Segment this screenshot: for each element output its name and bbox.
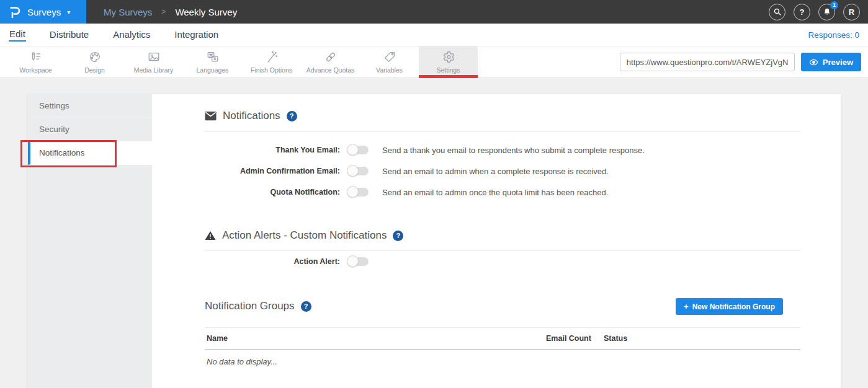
admin-confirmation-email-description: Send an email to admin when a complete r… bbox=[382, 167, 609, 176]
settings-card: Settings Security Notifications Notifica… bbox=[28, 94, 841, 388]
app-switcher[interactable]: Surveys ▾ bbox=[0, 0, 86, 24]
thank-you-email-label: Thank You Email: bbox=[205, 146, 340, 154]
action-alerts-section-header: Action Alerts - Custom Notifications ? bbox=[205, 227, 800, 244]
tab-distribute[interactable]: Distribute bbox=[49, 29, 89, 41]
divider bbox=[205, 250, 800, 251]
tab-analytics[interactable]: Analytics bbox=[112, 29, 151, 41]
responses-count: Responses: 0 bbox=[808, 30, 859, 40]
design-icon bbox=[88, 50, 102, 64]
avatar-initial: R bbox=[849, 7, 854, 17]
envelope-icon bbox=[205, 111, 217, 121]
breadcrumb-current-survey: Weekly Survey bbox=[175, 7, 237, 17]
table-empty-message: No data to display... bbox=[205, 349, 800, 366]
survey-url-input[interactable] bbox=[620, 53, 795, 71]
breadcrumb-separator: > bbox=[161, 7, 166, 16]
action-alert-row: Action Alert: bbox=[205, 254, 800, 269]
variables-icon bbox=[383, 50, 396, 64]
content-area: Settings Security Notifications Notifica… bbox=[0, 78, 868, 388]
workspace-icon bbox=[29, 50, 43, 64]
notification-groups-section-header: Notification Groups ? + New Notification… bbox=[205, 298, 800, 314]
questionpro-logo-icon bbox=[8, 4, 22, 19]
languages-icon: A bbox=[206, 50, 220, 64]
toolbar-item-settings[interactable]: Settings bbox=[419, 46, 478, 77]
new-notification-group-button[interactable]: + New Notification Group bbox=[676, 298, 783, 315]
advance-quotas-icon bbox=[324, 50, 338, 64]
warning-triangle-icon bbox=[205, 231, 216, 240]
plus-icon: + bbox=[684, 302, 689, 311]
help-icon[interactable]: ? bbox=[287, 111, 297, 121]
bell-icon bbox=[823, 7, 831, 16]
settings-icon bbox=[442, 50, 455, 64]
section-title: Notifications bbox=[223, 110, 280, 122]
sidebar-item-notifications[interactable]: Notifications bbox=[28, 141, 152, 165]
media-library-icon bbox=[147, 50, 161, 64]
question-mark-icon: ? bbox=[800, 7, 805, 17]
section-title: Action Alerts - Custom Notifications bbox=[222, 229, 387, 242]
quota-notification-label: Quota Notification: bbox=[205, 188, 340, 196]
breadcrumb: My Surveys > Weekly Survey bbox=[104, 7, 237, 17]
topbar-actions: ? 1 R bbox=[769, 4, 868, 20]
help-button[interactable]: ? bbox=[794, 4, 810, 20]
thank-you-email-toggle[interactable] bbox=[347, 146, 369, 154]
quota-notification-row: Quota Notification: Send an email to adm… bbox=[205, 185, 800, 200]
search-icon bbox=[773, 7, 782, 16]
sidebar-item-settings[interactable]: Settings bbox=[28, 94, 152, 118]
toolbar-item-media-library[interactable]: Media Library bbox=[124, 46, 183, 77]
notification-count-badge: 1 bbox=[830, 1, 838, 9]
divider bbox=[205, 131, 800, 132]
help-icon[interactable]: ? bbox=[301, 301, 311, 312]
column-header-status: Status bbox=[604, 334, 800, 343]
notifications-button[interactable]: 1 bbox=[818, 4, 835, 20]
column-header-email-count: Email Count bbox=[546, 334, 604, 343]
section-title: Notification Groups bbox=[205, 300, 295, 312]
toolbar-item-workspace[interactable]: Workspace bbox=[6, 46, 65, 77]
thank-you-email-row: Thank You Email: Send a thank you email … bbox=[205, 143, 800, 157]
toolbar-item-finish-options[interactable]: Finish Options bbox=[242, 46, 301, 77]
toolbar-item-variables[interactable]: Variables bbox=[360, 46, 419, 77]
toolbar-item-advance-quotas[interactable]: Advance Quotas bbox=[301, 46, 360, 77]
action-alert-toggle[interactable] bbox=[347, 257, 369, 266]
topbar: Surveys ▾ My Surveys > Weekly Survey ? 1… bbox=[0, 0, 868, 24]
notifications-panel: Notifications ? Thank You Email: Send a … bbox=[152, 94, 841, 388]
avatar[interactable]: R bbox=[843, 4, 860, 20]
chevron-down-icon: ▾ bbox=[67, 9, 70, 15]
toolbar-item-languages[interactable]: A Languages bbox=[183, 46, 242, 77]
help-icon[interactable]: ? bbox=[393, 231, 403, 241]
admin-confirmation-email-toggle[interactable] bbox=[347, 167, 369, 175]
admin-confirmation-email-row: Admin Confirmation Email: Send an email … bbox=[205, 164, 800, 179]
survey-url-area: Preview bbox=[620, 46, 868, 77]
edit-toolbar: Workspace Design Media Library A Languag… bbox=[0, 46, 868, 78]
quota-notification-description: Send an email to admin once the quota li… bbox=[382, 188, 608, 197]
svg-text:A: A bbox=[213, 56, 217, 61]
action-alert-label: Action Alert: bbox=[205, 257, 340, 266]
survey-nav: Edit Distribute Analytics Integration Re… bbox=[0, 24, 868, 46]
column-header-name: Name bbox=[207, 334, 546, 343]
admin-confirmation-email-label: Admin Confirmation Email: bbox=[205, 167, 340, 175]
notification-groups-table-header: Name Email Count Status bbox=[205, 327, 800, 350]
breadcrumb-my-surveys[interactable]: My Surveys bbox=[104, 7, 152, 17]
app-switcher-label: Surveys bbox=[27, 7, 61, 17]
eye-icon bbox=[809, 58, 818, 67]
toolbar-item-design[interactable]: Design bbox=[65, 46, 124, 77]
search-button[interactable] bbox=[769, 4, 785, 20]
tab-integration[interactable]: Integration bbox=[174, 29, 219, 41]
settings-sidebar: Settings Security Notifications bbox=[28, 94, 152, 388]
quota-notification-toggle[interactable] bbox=[347, 188, 369, 196]
tab-edit[interactable]: Edit bbox=[9, 28, 26, 42]
sidebar-item-security[interactable]: Security bbox=[28, 118, 152, 141]
thank-you-email-description: Send a thank you email to respondents wh… bbox=[382, 146, 645, 155]
notifications-section-header: Notifications ? bbox=[205, 108, 800, 124]
preview-button[interactable]: Preview bbox=[801, 53, 861, 71]
finish-options-icon bbox=[265, 50, 279, 64]
